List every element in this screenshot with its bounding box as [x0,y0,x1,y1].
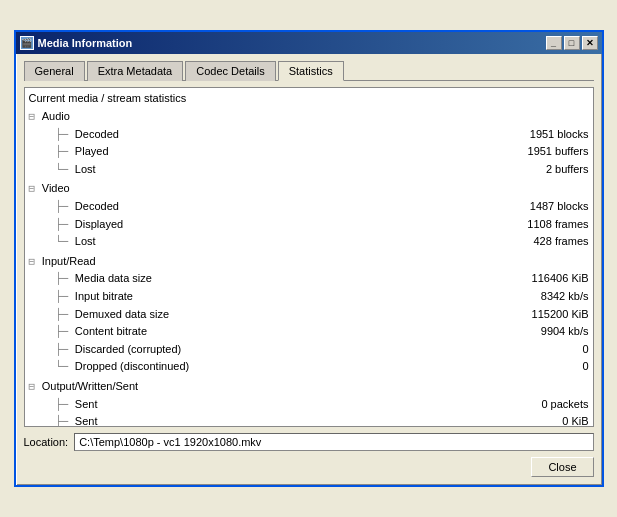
input-media-data-size-row: ├─ Media data size 116406 KiB [29,270,589,288]
close-title-button[interactable]: ✕ [582,36,598,50]
maximize-button[interactable]: □ [564,36,580,50]
title-buttons: _ □ ✕ [546,36,598,50]
input-bitrate-row: ├─ Input bitrate 8342 kb/s [29,288,589,306]
audio-category-row: ⊟ Audio [29,108,589,126]
media-information-window: 🎬 Media Information _ □ ✕ General Extra … [14,30,604,487]
video-decoded-row: ├─ Decoded 1487 blocks [29,198,589,216]
audio-decoded-row: ├─ Decoded 1951 blocks [29,126,589,144]
audio-played-row: ├─ Played 1951 buffers [29,143,589,161]
video-group: ⊟ Video ├─ Decoded 1487 blocks [29,180,589,250]
title-bar-left: 🎬 Media Information [20,36,133,50]
tab-extra-metadata[interactable]: Extra Metadata [87,61,184,81]
input-read-group: ⊟ Input/Read ├─ Media data size 116406 [29,253,589,376]
output-category-row: ⊟ Output/Written/Sent [29,378,589,396]
bottom-section: Location: Close [24,433,594,477]
statistics-panel: Current media / stream statistics ⊟ Audi… [24,87,594,427]
location-input[interactable] [74,433,593,451]
audio-label: ⊟ Audio [29,108,70,126]
location-row: Location: [24,433,594,451]
video-lost-row: └─ Lost 428 frames [29,233,589,251]
window-title: Media Information [38,37,133,49]
content-area: General Extra Metadata Codec Details Sta… [16,54,602,485]
audio-group: ⊟ Audio ├─ Decoded 1951 blocks [29,108,589,178]
video-displayed-row: ├─ Displayed 1108 frames [29,216,589,234]
tab-statistics[interactable]: Statistics [278,61,344,81]
panel-header: Current media / stream statistics [29,92,589,104]
output-sent-kib-row: ├─ Sent 0 KiB [29,413,589,427]
tab-bar: General Extra Metadata Codec Details Sta… [24,60,594,81]
video-category-row: ⊟ Video [29,180,589,198]
title-bar: 🎬 Media Information _ □ ✕ [16,32,602,54]
button-row: Close [24,457,594,477]
statistics-tree: ⊟ Audio ├─ Decoded 1951 blocks [29,108,589,427]
output-sent-packets-row: ├─ Sent 0 packets [29,396,589,414]
window-icon: 🎬 [20,36,34,50]
tab-codec-details[interactable]: Codec Details [185,61,275,81]
content-bitrate-row: ├─ Content bitrate 9904 kb/s [29,323,589,341]
audio-lost-row: └─ Lost 2 buffers [29,161,589,179]
output-written-sent-group: ⊟ Output/Written/Sent ├─ Sent 0 pa [29,378,589,427]
close-button[interactable]: Close [531,457,593,477]
discarded-corrupted-row: ├─ Discarded (corrupted) 0 [29,341,589,359]
demuxed-data-size-row: ├─ Demuxed data size 115200 KiB [29,306,589,324]
location-label: Location: [24,436,69,448]
dropped-discontinued-row: └─ Dropped (discontinued) 0 [29,358,589,376]
input-read-category-row: ⊟ Input/Read [29,253,589,271]
minimize-button[interactable]: _ [546,36,562,50]
tab-general[interactable]: General [24,61,85,81]
